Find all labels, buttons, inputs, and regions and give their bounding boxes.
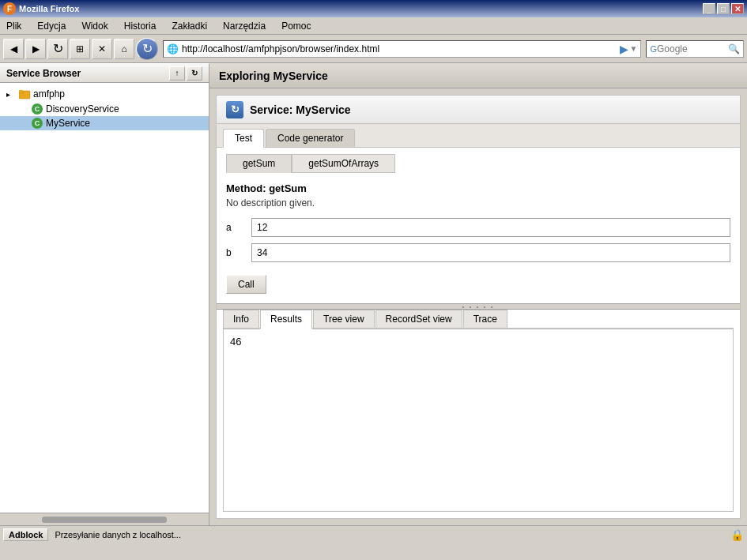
param-row-a: a bbox=[226, 218, 730, 237]
bookmark-button[interactable]: ↻ bbox=[136, 38, 158, 60]
bottom-tab-trace[interactable]: Trace bbox=[463, 310, 507, 328]
main-area: Service Browser ↑ ↻ ▸ amfphp C bbox=[0, 63, 747, 525]
menu-widok[interactable]: Widok bbox=[78, 20, 111, 32]
google-icon: G bbox=[650, 44, 657, 54]
bottom-tab-recordset[interactable]: RecordSet view bbox=[375, 310, 462, 328]
main-tab-bar: Test Code generator bbox=[217, 124, 740, 148]
adblock-button[interactable]: Adblock bbox=[3, 528, 48, 541]
search-input[interactable] bbox=[657, 43, 728, 54]
service-title: Service: MyService bbox=[250, 103, 351, 116]
tree-area: ▸ amfphp C DiscoveryService C MyService bbox=[0, 83, 209, 513]
close-button[interactable]: ✕ bbox=[731, 3, 744, 14]
menu-bar: Plik Edycja Widok Historia Zakładki Narz… bbox=[0, 17, 747, 35]
forward-button[interactable]: ▶ bbox=[25, 39, 46, 59]
bottom-tab-info[interactable]: Info bbox=[223, 310, 259, 328]
menu-plik[interactable]: Plik bbox=[3, 20, 25, 32]
method-tab-getsum[interactable]: getSum bbox=[226, 154, 292, 173]
method-tab-getsumofArrays[interactable]: getSumOfArrays bbox=[292, 154, 395, 173]
sidebar-scrollbar[interactable] bbox=[0, 513, 209, 525]
content-header: Exploring MyService bbox=[209, 63, 747, 88]
sidebar-scrollbar-thumb bbox=[42, 517, 167, 523]
result-value: 46 bbox=[230, 336, 241, 348]
status-bar: Adblock Przesyłanie danych z localhost..… bbox=[0, 525, 747, 543]
screenshot-button[interactable]: ⊞ bbox=[70, 39, 90, 59]
call-button[interactable]: Call bbox=[226, 275, 266, 294]
tab-test[interactable]: Test bbox=[223, 129, 264, 148]
menu-narzedzia[interactable]: Narzędzia bbox=[220, 20, 269, 32]
sidebar-up-button[interactable]: ↑ bbox=[169, 66, 185, 81]
param-row-b: b bbox=[226, 243, 730, 262]
address-globe-icon: 🌐 bbox=[167, 43, 179, 54]
sidebar-refresh-button[interactable]: ↻ bbox=[187, 66, 202, 81]
search-icon[interactable]: 🔍 bbox=[728, 43, 740, 54]
tree-root-item[interactable]: ▸ amfphp bbox=[0, 86, 209, 102]
tree-myservice-item[interactable]: C MyService bbox=[0, 116, 209, 130]
dropdown-icon[interactable]: ▼ bbox=[630, 44, 638, 53]
home-button[interactable]: ⌂ bbox=[114, 39, 134, 59]
minimize-button[interactable]: _ bbox=[703, 3, 715, 14]
service-header: ↻ Service: MyService bbox=[217, 96, 740, 124]
title-bar: F Mozilla Firefox _ □ ✕ bbox=[0, 0, 747, 17]
param-a-input[interactable] bbox=[251, 218, 730, 237]
sidebar-controls: ↑ ↻ bbox=[169, 66, 202, 81]
tab-code-generator[interactable]: Code generator bbox=[266, 129, 355, 147]
toolbar: ◀ ▶ ↻ ⊞ ✕ ⌂ ↻ 🌐 ▶ ▼ G 🔍 bbox=[0, 35, 747, 63]
discovery-service-icon: C bbox=[32, 103, 43, 115]
content-area: Exploring MyService ↻ Service: MyService… bbox=[209, 63, 747, 525]
tree-discovery-item[interactable]: C DiscoveryService bbox=[0, 102, 209, 116]
status-text: Przesyłanie danych z localhost... bbox=[55, 530, 181, 539]
reload-button[interactable]: ↻ bbox=[47, 39, 68, 59]
address-input[interactable] bbox=[182, 43, 617, 54]
param-b-input[interactable] bbox=[251, 243, 730, 262]
tree-root-label: amfphp bbox=[33, 88, 65, 100]
maximize-button[interactable]: □ bbox=[717, 3, 730, 14]
sidebar: Service Browser ↑ ↻ ▸ amfphp C bbox=[0, 63, 209, 525]
tree-expand-icon[interactable]: ▸ bbox=[6, 90, 19, 99]
myservice-icon: C bbox=[32, 118, 43, 129]
stop-button[interactable]: ✕ bbox=[92, 39, 112, 59]
bottom-tab-treeview[interactable]: Tree view bbox=[313, 310, 375, 328]
address-bar[interactable]: 🌐 ▶ ▼ bbox=[163, 40, 641, 58]
param-b-label: b bbox=[226, 247, 242, 258]
test-content: Method: getSum No description given. a b… bbox=[217, 173, 740, 303]
folder-icon bbox=[19, 88, 32, 100]
menu-pomoc[interactable]: Pomoc bbox=[278, 20, 314, 32]
tree-myservice-label: MyService bbox=[46, 118, 90, 129]
method-tabs: getSum getSumOfArrays bbox=[217, 148, 740, 173]
method-description: No description given. bbox=[226, 197, 730, 209]
service-icon: ↻ bbox=[226, 101, 243, 118]
method-name: Method: getSum bbox=[226, 182, 730, 194]
param-a-label: a bbox=[226, 222, 242, 233]
sidebar-header: Service Browser ↑ ↻ bbox=[0, 64, 209, 83]
security-icon: 🔒 bbox=[730, 528, 744, 541]
tree-discovery-label: DiscoveryService bbox=[46, 103, 119, 115]
window-title: Mozilla Firefox bbox=[19, 4, 79, 13]
menu-edycja[interactable]: Edycja bbox=[34, 20, 69, 32]
panel-divider[interactable]: • • • • • bbox=[217, 303, 740, 310]
bottom-tab-results[interactable]: Results bbox=[260, 310, 312, 329]
bottom-tab-bar: Info Results Tree view RecordSet view Tr… bbox=[223, 310, 734, 329]
go-icon[interactable]: ▶ bbox=[620, 43, 628, 55]
menu-zakladki[interactable]: Zakładki bbox=[168, 20, 210, 32]
content-title: Exploring MyService bbox=[219, 70, 328, 82]
menu-historia[interactable]: Historia bbox=[121, 20, 160, 32]
search-bar[interactable]: G 🔍 bbox=[646, 40, 744, 58]
app-icon: F bbox=[3, 2, 16, 15]
window-controls: _ □ ✕ bbox=[703, 3, 744, 14]
back-button[interactable]: ◀ bbox=[3, 39, 24, 59]
service-panel: ↻ Service: MyService Test Code generator… bbox=[216, 95, 741, 519]
bottom-panel: Info Results Tree view RecordSet view Tr… bbox=[223, 310, 734, 512]
sidebar-title: Service Browser bbox=[6, 68, 81, 79]
result-area: 46 bbox=[223, 329, 734, 512]
svg-rect-2 bbox=[19, 90, 23, 92]
